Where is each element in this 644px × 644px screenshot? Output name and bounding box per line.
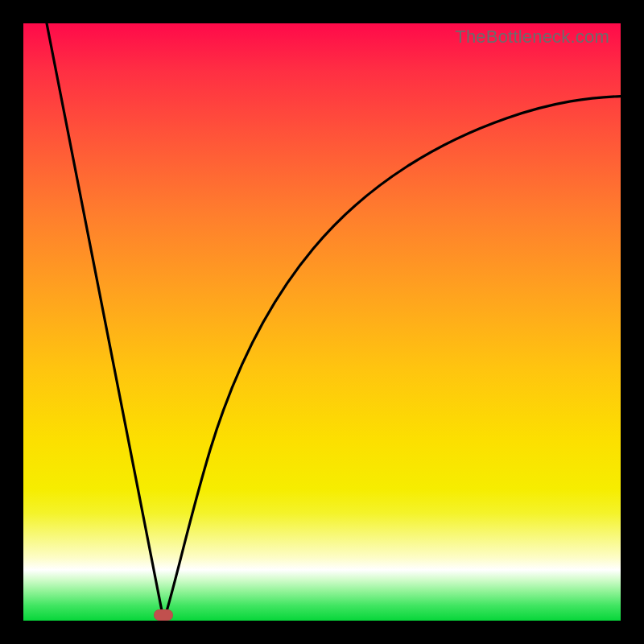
watermark-text: TheBottleneck.com	[455, 27, 609, 47]
curve-left-branch	[47, 23, 163, 621]
bottleneck-curve	[23, 23, 621, 621]
chart-frame: TheBottleneck.com	[0, 0, 644, 644]
plot-area: TheBottleneck.com	[23, 23, 621, 621]
minimum-marker	[154, 609, 173, 621]
curve-right-branch	[163, 97, 621, 621]
